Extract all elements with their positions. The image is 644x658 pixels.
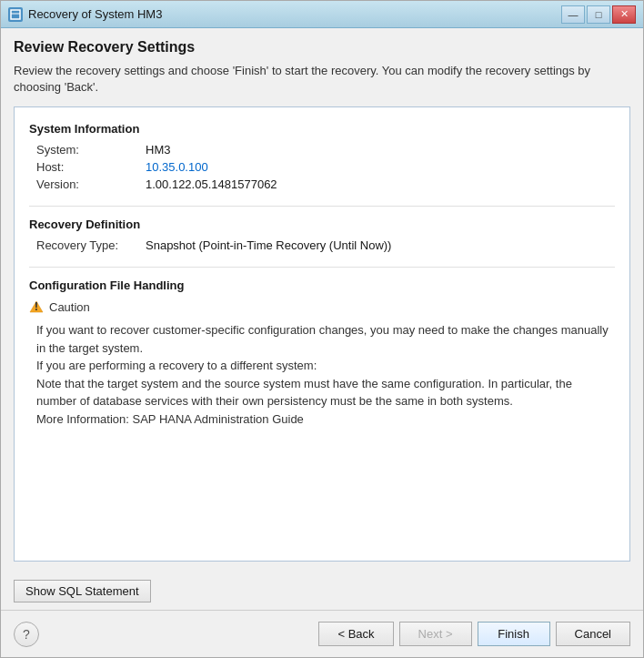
host-label: Host:	[36, 160, 146, 174]
close-button[interactable]: ✕	[612, 5, 636, 24]
system-value: HM3	[146, 143, 615, 157]
caution-label: Caution	[49, 300, 90, 314]
help-button[interactable]: ?	[14, 622, 39, 647]
content-area: Review Recovery Settings Review the reco…	[1, 28, 643, 572]
config-file-title: Configuration File Handling	[29, 278, 615, 292]
window-title: Recovery of System HM3	[28, 7, 162, 21]
recovery-definition-section: Recovery Definition Recovery Type: Snaps…	[29, 218, 615, 252]
system-label: System:	[36, 143, 146, 157]
minimize-button[interactable]: —	[561, 5, 585, 24]
footer-left: ?	[14, 622, 39, 647]
caution-row: ! Caution	[29, 299, 615, 314]
main-window: Recovery of System HM3 — □ ✕ Review Reco…	[0, 0, 644, 658]
recovery-type-value: Snapshot (Point-in-Time Recovery (Until …	[146, 238, 615, 252]
cancel-button[interactable]: Cancel	[556, 622, 630, 646]
caution-line-1: If you want to recover customer-specific…	[36, 323, 609, 355]
main-panel: System Information System: HM3 Host: 10.…	[14, 106, 630, 562]
show-sql-button[interactable]: Show SQL Statement	[14, 580, 151, 602]
caution-line-3: Note that the target system and the sour…	[36, 377, 572, 409]
caution-line-2: If you are performing a recovery to a di…	[36, 359, 317, 372]
configuration-file-handling-section: Configuration File Handling ! Caution If…	[29, 278, 615, 428]
svg-rect-0	[11, 10, 20, 19]
maximize-button[interactable]: □	[587, 5, 610, 24]
finish-button[interactable]: Finish	[478, 622, 550, 646]
page-title: Review Recovery Settings	[14, 39, 630, 56]
system-info-grid: System: HM3 Host: 10.35.0.100 Version: 1…	[36, 143, 615, 191]
caution-icon: !	[29, 299, 44, 314]
recovery-info-grid: Recovery Type: Snapshot (Point-in-Time R…	[36, 238, 615, 252]
host-value: 10.35.0.100	[146, 160, 615, 174]
divider-1	[29, 206, 615, 207]
caution-text-block: If you want to recover customer-specific…	[36, 321, 615, 428]
back-button[interactable]: < Back	[318, 622, 393, 646]
caution-line-4: More Information: SAP HANA Administratio…	[36, 412, 304, 426]
title-bar-left: Recovery of System HM3	[8, 7, 162, 22]
app-icon	[8, 7, 23, 22]
title-bar: Recovery of System HM3 — □ ✕	[1, 1, 643, 28]
version-value: 1.00.122.05.1481577062	[146, 177, 615, 191]
recovery-type-label: Recovery Type:	[36, 238, 146, 252]
system-information-section: System Information System: HM3 Host: 10.…	[29, 122, 615, 191]
window-controls: — □ ✕	[561, 5, 636, 24]
next-button[interactable]: Next >	[399, 622, 472, 646]
sql-button-area: Show SQL Statement	[1, 572, 643, 610]
version-label: Version:	[36, 177, 146, 191]
system-information-title: System Information	[29, 122, 615, 136]
svg-text:!: !	[35, 300, 38, 313]
footer-right: < Back Next > Finish Cancel	[318, 622, 630, 646]
footer: ? < Back Next > Finish Cancel	[1, 610, 643, 657]
recovery-definition-title: Recovery Definition	[29, 218, 615, 231]
page-description: Review the recovery settings and choose …	[14, 63, 630, 96]
divider-2	[29, 267, 615, 268]
